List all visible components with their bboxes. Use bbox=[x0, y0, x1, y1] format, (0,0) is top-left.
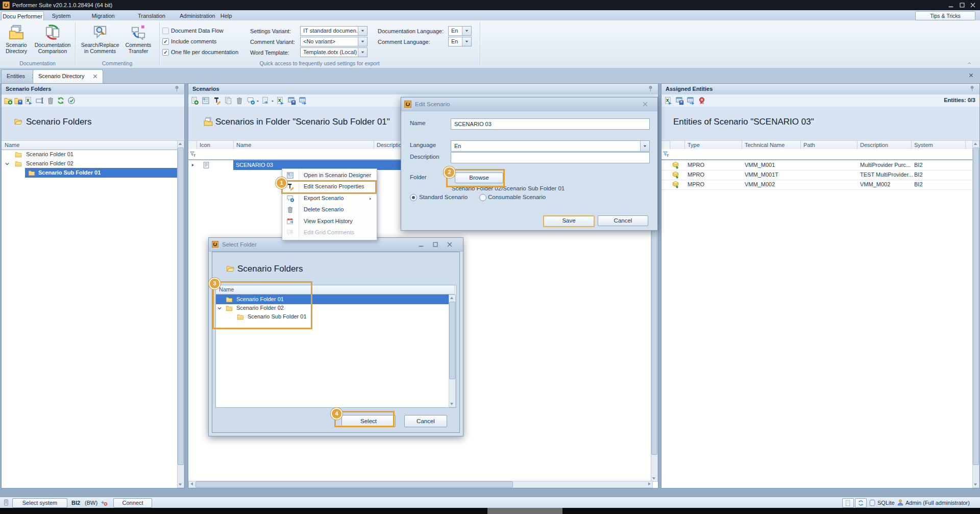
settings-variant-select[interactable]: IT standard documen... bbox=[300, 26, 368, 36]
dropdown-arrow[interactable] bbox=[640, 141, 649, 151]
remove-assignment-icon[interactable] bbox=[698, 96, 706, 105]
pin-icon[interactable] bbox=[969, 85, 975, 92]
close-button-icon[interactable] bbox=[969, 2, 977, 9]
doc-tab-scenario-directory[interactable]: Scenario Directory bbox=[33, 69, 103, 83]
entity-row[interactable]: MPRO VMM_M001 MultiProvider Purc... BI2 bbox=[662, 160, 973, 170]
cancel-button[interactable]: Cancel bbox=[598, 215, 648, 226]
tree-item-scenario-folder-01[interactable]: Scenario Folder 01 bbox=[2, 150, 178, 159]
rename-icon[interactable] bbox=[36, 96, 44, 105]
menu-item-delete-scenario[interactable]: Delete Scenario bbox=[283, 204, 376, 215]
connect-button[interactable]: Connect bbox=[113, 498, 152, 508]
system-column-header[interactable]: System bbox=[911, 141, 966, 150]
tab-administration[interactable]: Administration bbox=[180, 11, 214, 20]
expander-icon[interactable] bbox=[5, 161, 10, 166]
comment-language-select[interactable]: En bbox=[448, 37, 472, 46]
delete-icon[interactable] bbox=[46, 96, 55, 105]
word-template-select[interactable]: Template.dotx (Local) bbox=[300, 47, 368, 57]
tab-migration-booster[interactable]: Migration Booster bbox=[83, 11, 124, 20]
dropdown-arrow[interactable] bbox=[358, 37, 367, 46]
entity-row[interactable]: MPRO VMM_M001T TEST MultiProvider... BI2 bbox=[662, 170, 973, 180]
documentation-language-select[interactable]: En bbox=[448, 26, 472, 36]
dialog-maximize-icon[interactable] bbox=[431, 241, 439, 248]
maximize-button-icon[interactable] bbox=[958, 2, 966, 9]
vertical-scrollbar[interactable] bbox=[972, 140, 979, 488]
filter-icon[interactable] bbox=[189, 151, 196, 158]
close-icon[interactable] bbox=[92, 74, 98, 79]
type-column-header[interactable]: Type bbox=[684, 141, 742, 150]
name-column-header[interactable]: Name bbox=[233, 141, 374, 150]
dialog-close-icon[interactable] bbox=[641, 101, 649, 108]
tab-translation-steward[interactable]: Translation Steward bbox=[129, 11, 175, 20]
filter-row[interactable] bbox=[662, 149, 973, 160]
save-grid-icon[interactable] bbox=[287, 96, 296, 105]
transfer-grid-icon[interactable] bbox=[687, 96, 695, 105]
system-list-icon[interactable] bbox=[3, 499, 10, 506]
description-field[interactable] bbox=[451, 152, 650, 163]
edit-properties-icon[interactable] bbox=[213, 96, 221, 105]
scroll-up-icon[interactable] bbox=[178, 141, 183, 146]
standard-scenario-label[interactable]: Standard Scenario bbox=[419, 194, 468, 200]
dialog-minimize-icon[interactable] bbox=[417, 241, 425, 248]
dropdown-arrow[interactable] bbox=[358, 48, 367, 57]
scrollbar-thumb[interactable] bbox=[449, 302, 455, 379]
documentation-comparison-button[interactable]: Documentation Comparison bbox=[31, 25, 75, 54]
vertical-scrollbar[interactable] bbox=[177, 140, 184, 488]
dropdown-arrow[interactable] bbox=[462, 37, 471, 46]
export-excel-icon[interactable] bbox=[276, 96, 284, 105]
export-comment-icon[interactable] bbox=[247, 96, 255, 105]
minimize-button-icon[interactable] bbox=[947, 2, 955, 9]
scroll-left-icon[interactable] bbox=[189, 481, 194, 486]
menu-item-open-in-scenario-designer[interactable]: Open in Scenario Designer bbox=[283, 170, 376, 181]
add-folder-icon[interactable] bbox=[4, 96, 12, 105]
select-system-button[interactable]: Select system bbox=[12, 498, 67, 508]
save-button[interactable]: Save bbox=[543, 215, 595, 227]
pin-icon[interactable] bbox=[174, 85, 180, 92]
copy-icon[interactable] bbox=[224, 96, 232, 105]
scenario-directory-button[interactable]: Scenario Directory bbox=[3, 25, 30, 54]
validate-icon[interactable] bbox=[67, 96, 76, 105]
consumable-scenario-radio[interactable] bbox=[479, 194, 486, 201]
consumable-scenario-label[interactable]: Consumable Scenario bbox=[488, 194, 546, 200]
scroll-up-icon[interactable] bbox=[973, 141, 978, 146]
dropdown-arrow[interactable] bbox=[462, 27, 471, 35]
comment-variant-select[interactable]: <No variant> bbox=[300, 37, 368, 46]
search-replace-comments-button[interactable]: Search/Replace in Comments bbox=[80, 25, 120, 54]
save-folder-icon[interactable] bbox=[14, 96, 22, 105]
tips-and-tricks-button[interactable]: Tips & Tricks bbox=[915, 11, 975, 20]
scrollbar-thumb[interactable] bbox=[178, 148, 184, 465]
export-document-icon[interactable] bbox=[261, 96, 270, 105]
filter-icon[interactable] bbox=[663, 151, 669, 158]
scroll-down-icon[interactable] bbox=[178, 482, 183, 487]
tab-docu-performer[interactable]: Docu Performer bbox=[1, 11, 44, 21]
delete-icon[interactable] bbox=[235, 96, 243, 105]
language-select[interactable]: En bbox=[451, 140, 650, 152]
technical-name-column-header[interactable]: Technical Name bbox=[742, 141, 801, 150]
scroll-down-icon[interactable] bbox=[973, 482, 978, 487]
close-all-tabs-icon[interactable] bbox=[968, 72, 974, 78]
log-button[interactable] bbox=[842, 498, 854, 508]
tree-item-scenario-sub-folder-01[interactable]: Scenario Sub Folder 01 bbox=[25, 168, 178, 178]
scrollbar-thumb[interactable] bbox=[973, 148, 979, 465]
document-data-flow-checkbox[interactable] bbox=[162, 28, 169, 34]
save-grid-icon[interactable] bbox=[675, 96, 683, 105]
name-column-header[interactable]: Name bbox=[2, 141, 178, 150]
scroll-down-icon[interactable] bbox=[651, 476, 656, 481]
collapse-ribbon-icon[interactable] bbox=[967, 61, 972, 65]
tab-system-scout[interactable]: System Scout bbox=[46, 11, 77, 20]
export-excel-icon[interactable] bbox=[664, 96, 672, 105]
menu-item-export-scenario[interactable]: Export Scenario bbox=[283, 193, 376, 204]
dialog-close-icon[interactable] bbox=[446, 241, 454, 248]
refresh-icon[interactable] bbox=[57, 96, 65, 105]
sync-button[interactable] bbox=[855, 498, 867, 508]
new-scenario-icon[interactable] bbox=[190, 96, 199, 105]
one-file-per-doc-checkbox[interactable] bbox=[162, 49, 169, 56]
dropdown-caret-icon[interactable] bbox=[256, 100, 260, 103]
cancel-button[interactable]: Cancel bbox=[404, 415, 447, 427]
scroll-down-icon[interactable] bbox=[449, 401, 454, 406]
scenario-designer-icon[interactable] bbox=[202, 96, 210, 105]
pin-icon[interactable] bbox=[647, 85, 654, 92]
tab-help[interactable]: Help bbox=[217, 11, 235, 20]
entity-row[interactable]: MPRO VMM_M002 VMM_M002 BI2 bbox=[662, 180, 973, 190]
scrollbar-thumb[interactable] bbox=[195, 481, 513, 487]
icon-column-header[interactable]: Icon bbox=[197, 141, 234, 150]
